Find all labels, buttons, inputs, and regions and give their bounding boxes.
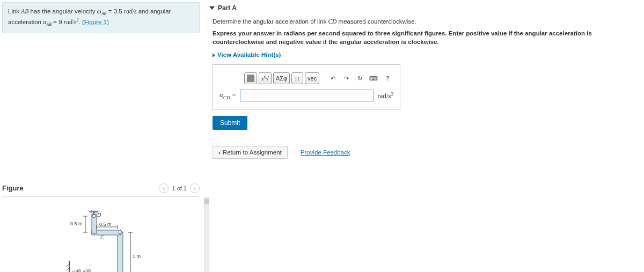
label-aab: αAB xyxy=(83,269,91,272)
figure-panel: Figure ‹ 1 of 1 › xyxy=(2,183,200,272)
problem-statement: Link AB has the angular velocity ωAB = 3… xyxy=(2,2,200,33)
svg-line-16 xyxy=(87,210,90,212)
dim-05m-b: 0.5 m xyxy=(99,222,112,227)
figure-scrollbar[interactable] xyxy=(204,197,209,272)
svg-point-13 xyxy=(119,231,122,234)
label-d: D xyxy=(97,212,101,218)
chevron-left-icon: ‹ xyxy=(218,149,221,156)
answer-unit-label: rad/s2 xyxy=(377,91,393,100)
vec-button[interactable]: vec xyxy=(305,72,319,84)
redo-button[interactable]: ↷ xyxy=(340,72,352,84)
figure-next-button[interactable]: › xyxy=(190,183,200,193)
collapse-icon xyxy=(209,6,215,10)
ps-mid1: has the angular velocity xyxy=(28,8,97,14)
instruction-2: Express your answer in radians per secon… xyxy=(213,29,639,46)
reset-button[interactable]: ↻ xyxy=(354,72,365,84)
return-to-assignment-button[interactable]: ‹ Return to Assignment xyxy=(213,146,288,159)
answer-input[interactable] xyxy=(240,90,375,101)
equation-toolbar: xa√ ΑΣφ ↕↑ vec ↶ ↷ ↻ ⌨ ? xyxy=(219,72,393,84)
dim-1m-a: 1 m xyxy=(133,254,141,259)
ps-alpha: αAB xyxy=(43,19,52,25)
ps-eq2: = 9 xyxy=(52,19,64,25)
submit-button[interactable]: Submit xyxy=(213,116,247,130)
ps-unit1: rad/s xyxy=(124,8,137,14)
ps-eq1: = 3.5 xyxy=(107,8,124,14)
answer-box: xa√ ΑΣφ ↕↑ vec ↶ ↷ ↻ ⌨ ? αCD = rad/s2 xyxy=(213,64,400,109)
figure-1-link[interactable]: (Figure 1) xyxy=(82,19,109,25)
figure-nav-text: 1 of 1 xyxy=(172,185,187,192)
undo-button[interactable]: ↶ xyxy=(327,72,339,84)
provide-feedback-link[interactable]: Provide Feedback xyxy=(301,149,350,156)
chevron-right-icon xyxy=(213,53,215,57)
templates-button[interactable] xyxy=(244,72,257,84)
figure-prev-button[interactable]: ‹ xyxy=(159,183,169,193)
ps-var-ab: AB xyxy=(21,8,28,14)
ps-omega: ωAB xyxy=(97,8,107,14)
label-wab: ωAB xyxy=(72,269,80,272)
instruction-1: Determine the angular acceleration of li… xyxy=(213,18,639,25)
figure-diagram: A B C D 0.5 m 0.5 m 1 m 1 m ωAB αAB xyxy=(66,208,168,272)
part-a-title: Part A xyxy=(218,4,237,12)
view-hints-link[interactable]: View Available Hint(s) xyxy=(213,52,639,58)
ps-pre: Link xyxy=(8,8,21,14)
greek-button[interactable]: ΑΣφ xyxy=(273,72,290,84)
part-a-header[interactable]: Part A xyxy=(209,2,639,18)
square-icon xyxy=(247,75,254,82)
arrows-button[interactable]: ↕↑ xyxy=(291,72,303,84)
answer-variable-label: αCD = xyxy=(219,91,237,100)
dim-05m-a: 0.5 m xyxy=(70,221,83,226)
ps-unit2: rad/s2 xyxy=(64,19,79,25)
help-button[interactable]: ? xyxy=(382,72,393,84)
label-c: C xyxy=(100,234,104,240)
sqrt-button[interactable]: xa√ xyxy=(259,72,272,84)
svg-rect-10 xyxy=(118,232,123,272)
keyboard-button[interactable]: ⌨ xyxy=(367,72,380,84)
figure-title: Figure xyxy=(2,184,24,192)
